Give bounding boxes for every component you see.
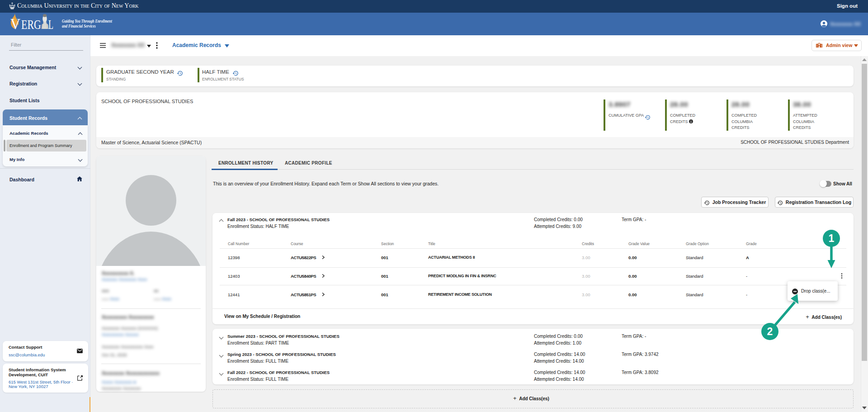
svg-text:1: 1 xyxy=(829,232,835,244)
svg-text:2: 2 xyxy=(767,326,773,337)
svg-text:L: L xyxy=(48,17,53,32)
svg-text:V: V xyxy=(10,15,20,32)
svg-text:ERG: ERG xyxy=(21,17,41,32)
